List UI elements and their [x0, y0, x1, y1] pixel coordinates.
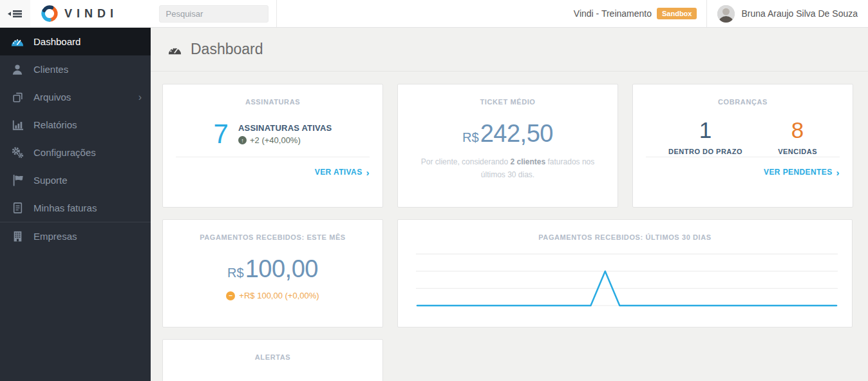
- stat-label: DENTRO DO PRAZO: [668, 148, 742, 155]
- sidebar-nav: Dashboard Clientes Arquivos ›: [0, 28, 151, 381]
- cards-row-2: Pagamentos recebidos: este mês R$ 100,00…: [162, 219, 868, 327]
- pagamentos-mes-value: R$ 100,00: [163, 255, 382, 283]
- stat-label: VENCIDAS: [778, 148, 817, 155]
- card-title: Pagamentos recebidos: este mês: [163, 220, 382, 241]
- assinaturas-stat: 7 ASSINATURAS ATIVAS ↑ +2 (+40,00%): [163, 119, 382, 150]
- bar-chart-icon: [10, 119, 25, 131]
- card-footer: Ver pendentes ›: [646, 157, 840, 177]
- sidebar-collapse-button[interactable]: [0, 0, 30, 27]
- stat-value: 1: [668, 117, 742, 143]
- topbar-spacer: [277, 0, 574, 27]
- chevron-right-icon: ›: [366, 168, 370, 177]
- card-title: Ticket médio: [398, 84, 618, 106]
- desc-highlight: 2 clientes: [510, 157, 545, 166]
- user-name: Bruna Araujo Silva De Souza: [741, 8, 858, 19]
- assinaturas-delta-text: +2 (+40,00%): [250, 135, 301, 145]
- page-header: Dashboard: [151, 28, 868, 72]
- sidebar-item-label: Clientes: [33, 64, 68, 75]
- sidebar-item-label: Empresas: [33, 231, 77, 242]
- pagamentos-delta-text: +R$ 100,00 (+0,00%): [239, 291, 319, 300]
- building-icon: [10, 230, 25, 242]
- circle-minus-icon: −: [226, 291, 235, 300]
- sidebar-item-dashboard[interactable]: Dashboard: [0, 28, 151, 55]
- card-footer: Ver ativas ›: [176, 157, 370, 177]
- sidebar-item-relatorios[interactable]: Relatórios: [0, 111, 151, 139]
- stat-dentro-do-prazo: 1 DENTRO DO PRAZO: [668, 117, 742, 155]
- search-section: [151, 0, 277, 27]
- chevron-right-icon: ›: [836, 168, 840, 177]
- top-bar: VINDI Vindi - Treinamento Sandbox Bruna …: [0, 0, 868, 28]
- ticket-medio-value: R$ 242,50: [398, 120, 618, 148]
- card-title: PAGAMENTOS RECEBIDOS: ÚLTIMOS 30 DIAS: [398, 220, 852, 241]
- dashboard-gauge-icon: [10, 36, 25, 47]
- card-pagamentos-30-dias: PAGAMENTOS RECEBIDOS: ÚLTIMOS 30 DIAS: [397, 219, 853, 327]
- link-label: Ver pendentes: [764, 168, 833, 177]
- gears-icon: [10, 146, 25, 159]
- cards-row-3: Alertas: [162, 339, 868, 381]
- sidebar-item-label: Arquivos: [33, 92, 71, 103]
- link-label: Ver ativas: [315, 168, 363, 177]
- amount: 242,50: [480, 120, 553, 148]
- currency-symbol: R$: [227, 266, 244, 280]
- sandbox-badge: Sandbox: [657, 8, 697, 19]
- sidebar-item-configuracoes[interactable]: Configurações: [0, 139, 151, 166]
- app-logo[interactable]: VINDI: [30, 0, 151, 27]
- sidebar-collapse-icon: [8, 8, 23, 19]
- assinaturas-delta: ↑ +2 (+40,00%): [238, 135, 332, 145]
- ver-ativas-link[interactable]: Ver ativas ›: [315, 168, 370, 177]
- stat-vencidas: 8 VENCIDAS: [778, 117, 817, 155]
- card-ticket-medio: Ticket médio R$ 242,50 Por cliente, cons…: [397, 84, 618, 208]
- sidebar-item-label: Relatórios: [33, 119, 77, 130]
- cards-row-1: Assinaturas 7 ASSINATURAS ATIVAS ↑ +2 (+…: [162, 84, 868, 208]
- currency-symbol: R$: [462, 130, 479, 145]
- flag-icon: [10, 174, 25, 186]
- submenu-chevron-icon: ›: [138, 92, 142, 103]
- dashboard-gauge-icon: [167, 44, 182, 55]
- user-icon: [10, 64, 25, 75]
- circle-arrow-up-icon: ↑: [238, 136, 247, 144]
- assinaturas-ativas-label: ASSINATURAS ATIVAS: [238, 123, 332, 133]
- amount: 100,00: [245, 255, 318, 283]
- invoice-icon: [10, 202, 25, 214]
- sidebar-item-suporte[interactable]: Suporte: [0, 166, 151, 194]
- card-alertas: Alertas: [162, 339, 383, 381]
- card-title: Assinaturas: [163, 84, 382, 106]
- pagamentos-mes-delta: − +R$ 100,00 (+0,00%): [163, 291, 382, 300]
- account-name: Vindi - Treinamento: [574, 8, 652, 19]
- card-pagamentos-mes: Pagamentos recebidos: este mês R$ 100,00…: [162, 219, 383, 327]
- assinaturas-ativas-value: 7: [214, 119, 229, 150]
- card-title: Cobranças: [633, 84, 853, 106]
- files-icon: [10, 91, 25, 103]
- page-title: Dashboard: [191, 41, 263, 58]
- cobrancas-stats: 1 DENTRO DO PRAZO 8 VENCIDAS: [633, 117, 853, 155]
- payments-chart: [416, 250, 836, 314]
- sidebar-item-label: Suporte: [33, 175, 68, 186]
- sidebar-item-clientes[interactable]: Clientes: [0, 55, 151, 83]
- sidebar-item-label: Dashboard: [33, 36, 80, 47]
- search-input[interactable]: [159, 5, 269, 23]
- dashboard-widgets: Assinaturas 7 ASSINATURAS ATIVAS ↑ +2 (+…: [151, 72, 868, 381]
- user-menu[interactable]: Bruna Araujo Silva De Souza: [707, 0, 868, 27]
- main-content: Dashboard Assinaturas 7 ASSINATURAS ATIV…: [151, 28, 868, 381]
- user-avatar: [717, 5, 735, 23]
- sidebar-item-label: Minhas faturas: [33, 202, 97, 213]
- card-cobrancas: Cobranças 1 DENTRO DO PRAZO 8 VENCIDAS V…: [632, 84, 853, 208]
- sidebar-item-minhas-faturas[interactable]: Minhas faturas: [0, 194, 151, 222]
- logo-wordmark: VINDI: [64, 7, 118, 21]
- vindi-swirl-logo-icon: [41, 5, 59, 23]
- desc-text: Por cliente, considerando: [421, 157, 511, 166]
- sidebar-item-empresas[interactable]: Empresas: [0, 222, 151, 250]
- account-switcher[interactable]: Vindi - Treinamento Sandbox: [574, 0, 707, 27]
- payments-chart-svg: [416, 250, 838, 311]
- sidebar-item-label: Configurações: [33, 147, 96, 158]
- card-title: Alertas: [163, 340, 382, 361]
- stat-value: 8: [778, 117, 817, 143]
- sidebar-item-arquivos[interactable]: Arquivos ›: [0, 83, 151, 111]
- ticket-medio-description: Por cliente, considerando 2 clientes fat…: [413, 155, 602, 182]
- ver-pendentes-link[interactable]: Ver pendentes ›: [764, 168, 840, 177]
- card-assinaturas: Assinaturas 7 ASSINATURAS ATIVAS ↑ +2 (+…: [162, 84, 383, 208]
